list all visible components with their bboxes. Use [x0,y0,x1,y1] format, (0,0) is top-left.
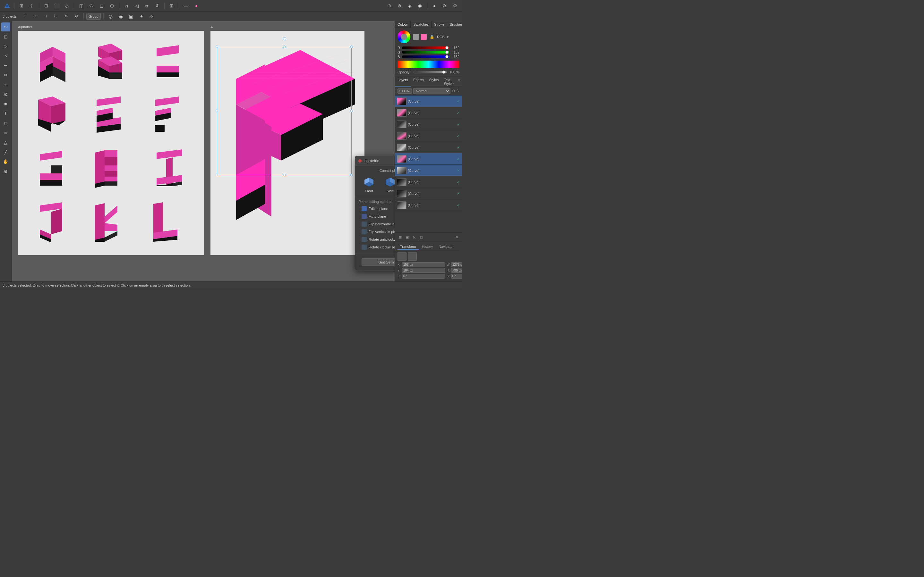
settings-icon[interactable]: ⚙ [451,1,459,10]
b-slider[interactable] [402,55,449,58]
lock2-icon[interactable]: ✦ [137,12,146,21]
layer-item-2[interactable]: (Curve) ✓ [395,119,462,130]
transform-tab[interactable]: Transform [397,244,419,250]
align-top-icon[interactable]: ⊤ [21,12,29,21]
layers-fx-icon[interactable]: fx [411,234,417,240]
history-tab[interactable]: History [419,244,435,250]
flip-h-icon[interactable]: ⇔ [142,1,152,10]
select-icon[interactable]: ⬛ [52,1,61,10]
r-slider[interactable] [402,47,449,49]
layer-item-9[interactable]: (Curve) ✓ [395,199,462,211]
brush-tool[interactable]: ⌁ [1,80,10,89]
r-input[interactable] [402,274,445,279]
rotate-ccw-option[interactable]: Rotate anticlockwise in plane [359,235,395,243]
styles-tab[interactable]: Styles [426,77,441,87]
layers-extra-icon[interactable]: fx [457,89,459,93]
w-input[interactable] [451,262,462,267]
grid-icon[interactable]: ⊞ [17,1,26,10]
grid2-icon[interactable]: ▣ [127,12,136,21]
selection-handle-bl[interactable] [216,174,218,176]
selection-handle-br[interactable] [351,174,353,176]
layer-item-3[interactable]: (Curve) ✓ [395,130,462,142]
rotation-handle[interactable] [283,37,286,40]
color-gradient-bar[interactable] [397,61,459,68]
transform-tool[interactable]: ▷ [1,42,10,51]
color-wheel[interactable] [397,31,410,43]
align-tl-icon[interactable]: ⊿ [122,1,131,10]
layers-panel-menu[interactable]: ≡ [456,77,462,87]
align-mid-icon[interactable]: ⊥ [31,12,40,21]
opacity-slider[interactable] [413,71,447,73]
view-icon4[interactable]: ◉ [415,1,425,10]
text-styles-tab[interactable]: Text Styles [441,77,456,87]
flip-v-icon[interactable]: ⇕ [153,1,162,10]
selection-handle-tm[interactable] [283,45,286,48]
flip-v-option[interactable]: Flip vertical in plane [359,228,395,235]
g-slider[interactable] [402,51,449,53]
edit-in-plane-option[interactable]: Edit in plane [359,205,395,213]
crop-tool[interactable]: ⤡ [1,51,10,60]
layers-mask-icon[interactable]: ◻ [418,234,425,240]
layers-add-icon[interactable]: ⊞ [397,234,403,240]
selection-handle-ml[interactable] [216,110,218,112]
view-icon2[interactable]: ⊗ [395,1,404,10]
layers-group-icon[interactable]: ▣ [404,234,410,240]
layers-del-icon[interactable]: ✕ [454,234,460,240]
mask-icon[interactable]: ◻ [97,1,106,10]
align-r-icon[interactable]: ⊗ [72,12,81,21]
eye-icon[interactable]: ◉ [116,12,126,21]
layer-item-6[interactable]: (Curve) ✓ [395,165,462,176]
group-button[interactable]: Group [86,13,101,20]
pen-tool[interactable]: ✒ [1,61,10,70]
selection-handle-tr[interactable] [351,45,353,48]
layer-item-8[interactable]: (Curve) ✓ [395,188,462,199]
rect-tool[interactable]: ▭ [1,128,10,137]
flip-h-option[interactable]: Flip horizontal in plane [359,220,395,228]
boolean-icon[interactable]: ⊞ [167,1,176,10]
swatches-tab[interactable]: Swatches [411,21,431,27]
hand-tool[interactable]: ✋ [1,157,10,166]
snap-icon[interactable]: ✧ [147,12,156,21]
rotate-cw-option[interactable]: Rotate clockwise in plane [359,243,395,251]
sync-icon[interactable]: ⟳ [440,1,449,10]
blend-mode-select[interactable]: Normal [413,88,451,94]
layer-item-5[interactable]: (Curve) ✓ [395,153,462,165]
share-icon[interactable]: ⊹ [27,1,36,10]
view-icon3[interactable]: ◈ [405,1,414,10]
color-mode-dropdown[interactable]: ▼ [446,35,449,39]
symbol-icon[interactable]: ◫ [77,1,86,10]
paint-tool[interactable]: ⊛ [1,90,10,99]
user-icon[interactable]: ● [430,1,439,10]
effects-tab[interactable]: Effects [411,77,426,87]
stroke-tab[interactable]: Stroke [431,21,447,27]
y-input[interactable] [402,268,445,273]
dash-icon[interactable]: — [182,1,191,10]
stroke-swatch[interactable] [421,34,427,40]
line-tool[interactable]: ╱ [1,147,10,156]
fit-to-plane-option[interactable]: Fit to plane [359,213,395,220]
view-icon1[interactable]: ⊕ [384,1,394,10]
colour-tab[interactable]: Colour [395,21,411,27]
vector-icon[interactable]: ◇ [62,1,71,10]
plane-side-button[interactable]: Side [383,175,395,194]
fill-tool[interactable]: ⬟ [1,99,10,108]
select-tool[interactable]: ↖ [1,23,10,31]
selection-handle-mr[interactable] [351,110,353,112]
text-tool[interactable]: T [1,109,10,118]
align-l2-icon[interactable]: ⊢ [51,12,60,21]
layer-item-1[interactable]: (Curve) ✓ [395,107,462,119]
brushes-tab[interactable]: Brushes [447,21,462,27]
grid-settings-button[interactable]: Grid Settings... [362,258,395,266]
layers-opacity-input[interactable] [397,89,412,93]
align-l-icon[interactable]: ◁ [132,1,141,10]
group-icon[interactable]: ⬡ [107,1,116,10]
zoom-tool[interactable]: ⊕ [1,167,10,176]
color-icon[interactable]: ● [192,1,201,10]
x-input[interactable] [402,262,445,267]
layer-item-7[interactable]: (Curve) ✓ [395,176,462,188]
app-icon[interactable] [3,1,11,10]
selection-handle-bm[interactable] [283,174,286,176]
align-bot-icon[interactable]: ⊣ [41,12,50,21]
fill-swatch[interactable] [413,34,419,40]
selection-handle-tl[interactable] [216,45,218,48]
